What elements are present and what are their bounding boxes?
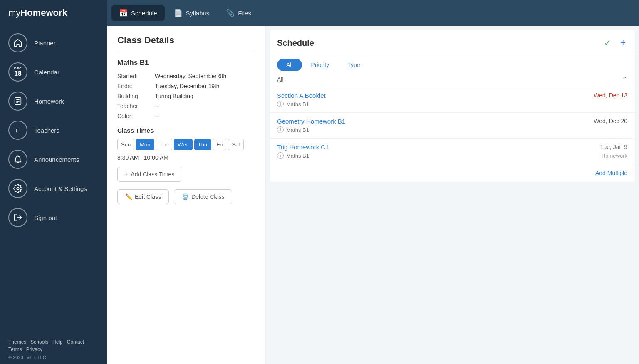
plus-icon: + <box>124 171 128 178</box>
sidebar-item-announcements[interactable]: Announcements <box>0 145 107 174</box>
schedule-item[interactable]: Section A BookletWed, Dec 13iMaths B1 <box>270 87 635 113</box>
trash-icon: 🗑️ <box>182 193 189 200</box>
day-btn-wed[interactable]: Wed <box>174 139 193 150</box>
footer-link-help[interactable]: Help <box>52 339 63 345</box>
sidebar-item-account[interactable]: Account & Settings <box>0 174 107 203</box>
schedule-item-top: Geometry Homework B1Wed, Dec 20 <box>277 118 627 125</box>
item-date: Wed, Dec 20 <box>594 118 627 124</box>
sidebar-item-label: Announcements <box>34 156 79 163</box>
bell-icon <box>8 150 27 169</box>
sidebar-item-planner[interactable]: Planner <box>0 28 107 57</box>
teacher-value: -- <box>155 103 159 109</box>
sidebar-item-label: Teachers <box>34 127 59 134</box>
edit-class-button[interactable]: ✏️ Edit Class <box>117 189 169 204</box>
sidebar-item-teachers[interactable]: T Teachers <box>0 116 107 145</box>
sidebar-item-label: Homework <box>34 98 64 105</box>
all-section-label: All <box>277 76 284 83</box>
sidebar-item-calendar[interactable]: DEC 18 Calendar <box>0 57 107 87</box>
schedule-item[interactable]: Trig Homework C1Tue, Jan 9iMaths B1Homew… <box>270 139 635 164</box>
day-btn-sun[interactable]: Sun <box>117 139 134 150</box>
tab-files-label: Files <box>238 10 251 17</box>
content-row: Class Details Maths B1 Started: Wednesda… <box>107 26 639 364</box>
item-class-name: Maths B1 <box>286 153 309 159</box>
footer-link-contact[interactable]: Contact <box>67 339 84 345</box>
filter-tabs: AllPriorityType <box>270 54 635 71</box>
settings-icon <box>8 179 27 198</box>
add-button[interactable]: + <box>619 37 627 49</box>
class-time: 8:30 AM - 10:00 AM <box>117 154 255 161</box>
class-times-title: Class Times <box>117 127 255 134</box>
item-date: Tue, Jan 9 <box>600 144 627 150</box>
add-class-times-label: Add Class Times <box>131 171 174 178</box>
schedule-item[interactable]: Geometry Homework B1Wed, Dec 20iMaths B1 <box>270 113 635 139</box>
item-name: Section A Booklet <box>277 92 326 99</box>
sidebar: myHomework Planner DEC 18 Calendar <box>0 0 107 364</box>
schedule-header: Schedule ✓ + <box>270 30 635 54</box>
tab-schedule[interactable]: 📅 Schedule <box>111 5 165 21</box>
day-btn-thu[interactable]: Thu <box>194 139 211 150</box>
add-class-times-button[interactable]: + Add Class Times <box>117 167 181 182</box>
day-btn-sat[interactable]: Sat <box>228 139 244 150</box>
logo-hw: Homework <box>20 7 67 18</box>
files-tab-icon: 📎 <box>226 9 235 17</box>
tab-schedule-label: Schedule <box>131 10 157 17</box>
footer-link-terms[interactable]: Terms <box>8 347 22 352</box>
item-class-name: Maths B1 <box>286 101 309 107</box>
top-tabs: 📅 Schedule 📄 Syllabus 📎 Files <box>107 0 639 26</box>
footer-link-privacy[interactable]: Privacy <box>26 347 42 352</box>
all-section-header: All ⌃ <box>270 71 635 87</box>
sidebar-footer: Themes Schools Help Contact Terms Privac… <box>0 333 107 364</box>
day-btn-fri[interactable]: Fri <box>213 139 226 150</box>
footer-link-themes[interactable]: Themes <box>8 339 26 345</box>
class-name: Maths B1 <box>117 59 255 67</box>
filter-tab-priority[interactable]: Priority <box>302 59 339 71</box>
day-buttons: SunMonTueWedThuFriSat <box>117 139 255 150</box>
collapse-button[interactable]: ⌃ <box>622 75 627 83</box>
started-label: Started: <box>117 73 155 79</box>
detail-started: Started: Wednesday, September 6th <box>117 73 255 79</box>
detail-color: Color: -- <box>117 113 255 119</box>
day-btn-mon[interactable]: Mon <box>136 139 154 150</box>
filter-tab-all[interactable]: All <box>277 59 302 71</box>
sidebar-item-homework[interactable]: Homework <box>0 87 107 116</box>
detail-building: Building: Turing Building <box>117 93 255 99</box>
schedule-tab-icon: 📅 <box>119 9 128 17</box>
footer-link-schools[interactable]: Schools <box>30 339 48 345</box>
sidebar-item-label: Sign out <box>34 214 57 221</box>
schedule-title: Schedule <box>277 38 314 48</box>
sidebar-item-label: Account & Settings <box>34 185 87 192</box>
add-multiple-row: Add Multiple <box>270 164 635 182</box>
building-value: Turing Building <box>155 93 193 99</box>
schedule-item-top: Trig Homework C1Tue, Jan 9 <box>277 144 627 151</box>
svg-text:T: T <box>15 128 19 134</box>
filter-tab-type[interactable]: Type <box>338 59 369 71</box>
copyright-text: © 2023 instin, LLC <box>8 355 99 360</box>
action-buttons: ✏️ Edit Class 🗑️ Delete Class <box>117 189 255 204</box>
class-details-panel: Class Details Maths B1 Started: Wednesda… <box>107 26 265 364</box>
sidebar-item-label: Calendar <box>34 69 59 76</box>
schedule-item-bottom: iMaths B1 <box>277 101 627 107</box>
schedule-panel: Schedule ✓ + AllPriorityType All ⌃ Secti… <box>265 26 639 364</box>
sidebar-item-signout[interactable]: Sign out <box>0 203 107 232</box>
started-value: Wednesday, September 6th <box>155 73 226 79</box>
add-multiple-button[interactable]: Add Multiple <box>595 170 627 176</box>
teacher-label: Teacher: <box>117 103 155 109</box>
day-btn-tue[interactable]: Tue <box>156 139 172 150</box>
schedule-item-bottom: iMaths B1Homework <box>277 152 627 159</box>
cal-day: 18 <box>14 70 22 77</box>
building-label: Building: <box>117 93 155 99</box>
sidebar-nav: Planner DEC 18 Calendar Homework T Te <box>0 24 107 333</box>
info-icon: i <box>277 126 284 133</box>
signout-icon <box>8 208 27 227</box>
item-name: Trig Homework C1 <box>277 144 329 151</box>
schedule-item-bottom: iMaths B1 <box>277 126 627 133</box>
teachers-icon: T <box>8 121 27 140</box>
tab-files[interactable]: 📎 Files <box>218 5 259 21</box>
schedule-actions: ✓ + <box>602 37 627 49</box>
item-name: Geometry Homework B1 <box>277 118 345 125</box>
color-value: -- <box>155 113 159 119</box>
tab-syllabus[interactable]: 📄 Syllabus <box>166 5 217 21</box>
schedule-items: Section A BookletWed, Dec 13iMaths B1Geo… <box>270 87 635 164</box>
check-button[interactable]: ✓ <box>602 37 613 49</box>
delete-class-button[interactable]: 🗑️ Delete Class <box>174 189 232 204</box>
